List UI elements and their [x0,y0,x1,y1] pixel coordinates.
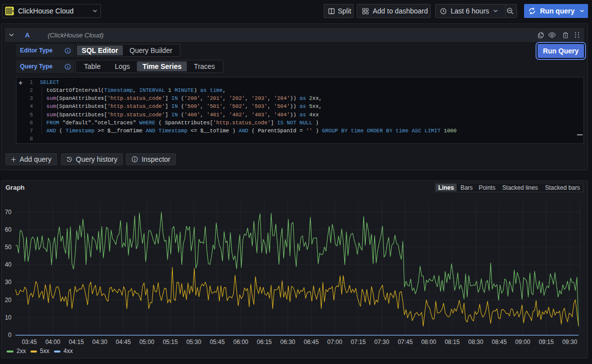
svg-text:04:15: 04:15 [69,339,84,346]
svg-text:10: 10 [5,314,12,321]
svg-text:06:45: 06:45 [304,339,319,346]
svg-text:06:15: 06:15 [257,339,272,346]
svg-text:08:15: 08:15 [445,339,460,346]
svg-text:09:15: 09:15 [539,339,554,346]
svg-text:04:45: 04:45 [116,339,131,346]
svg-text:06:30: 06:30 [280,339,295,346]
svg-text:04:00: 04:00 [45,339,60,346]
svg-text:09:30: 09:30 [562,339,577,346]
svg-text:05:30: 05:30 [186,339,201,346]
svg-text:70: 70 [5,209,12,216]
svg-text:05:00: 05:00 [139,339,154,346]
svg-text:60: 60 [5,226,12,233]
svg-text:09:00: 09:00 [515,339,530,346]
svg-text:06:00: 06:00 [233,339,248,346]
svg-text:40: 40 [5,261,12,268]
svg-text:05:45: 05:45 [210,339,225,346]
svg-text:0: 0 [8,332,11,339]
svg-text:50: 50 [5,244,12,251]
svg-text:03:45: 03:45 [22,339,37,346]
svg-text:07:45: 07:45 [398,339,413,346]
svg-text:08:30: 08:30 [468,339,483,346]
svg-text:20: 20 [5,297,12,304]
svg-text:07:15: 07:15 [351,339,366,346]
svg-text:07:00: 07:00 [327,339,342,346]
svg-text:05:15: 05:15 [163,339,178,346]
svg-text:08:45: 08:45 [492,339,507,346]
svg-text:04:30: 04:30 [92,339,107,346]
svg-text:08:00: 08:00 [421,339,436,346]
svg-text:30: 30 [5,279,12,286]
svg-text:07:30: 07:30 [374,339,389,346]
